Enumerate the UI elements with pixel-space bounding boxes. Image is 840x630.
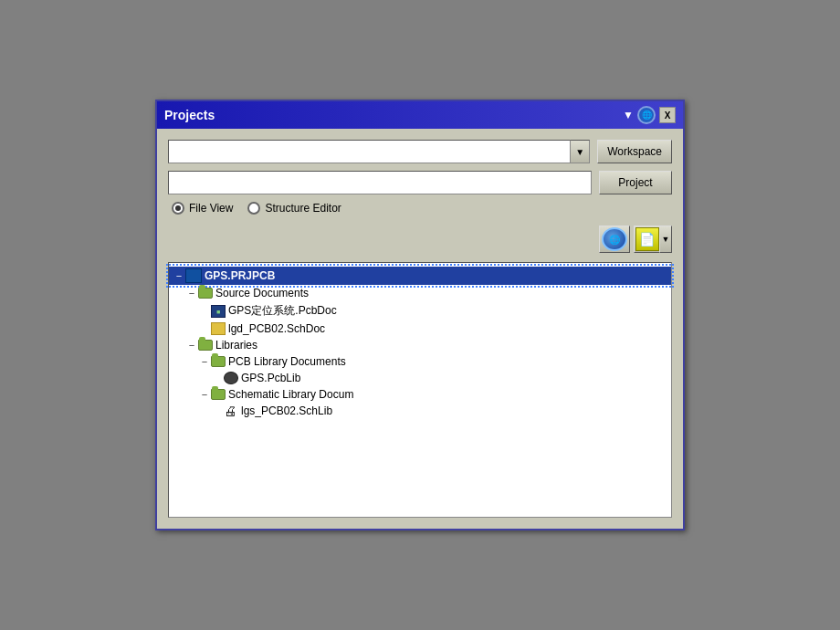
source-docs-toggle: − — [185, 288, 198, 299]
close-button[interactable]: X — [659, 107, 676, 123]
panel-body: Workspace1.DsnWrk ▼ Workspace GPS.PRJPCB… — [157, 129, 683, 529]
sch-lib-docs-label: Schematic Library Docum — [228, 388, 353, 401]
doc-toolbar-button-split: 📄 ▼ — [634, 226, 672, 253]
file-view-label: File View — [189, 202, 233, 215]
tree-item-lgs-schlib[interactable]: 🖨 lgs_PCB02.SchLib — [169, 403, 671, 419]
workspace-button[interactable]: Workspace — [597, 140, 672, 163]
tree-item-gps-pcbdoc[interactable]: ■ GPS定位系统.PcbDoc — [169, 301, 671, 320]
tree-item-pcb-lib-docs[interactable]: − PCB Library Documents — [169, 353, 671, 370]
lgs-schlib-label: lgs_PCB02.SchLib — [241, 404, 332, 417]
lgd-schdoc-label: lgd_PCB02.SchDoc — [228, 322, 325, 335]
tree-item-lgd-schdoc[interactable]: lgd_PCB02.SchDoc — [169, 320, 671, 337]
project-row: GPS.PRJPCB Project — [168, 171, 672, 194]
doc-toolbar-button[interactable]: 📄 — [634, 226, 659, 253]
file-view-radio-inner — [175, 205, 181, 211]
globe-icon: 🌐 — [602, 227, 627, 251]
dropdown-arrow-title[interactable]: ▼ — [623, 109, 634, 121]
pcbdoc-icon: ■ — [211, 305, 226, 318]
folder-icon-schlib — [211, 389, 226, 400]
tree-root-item[interactable]: − GPS.PRJPCB — [169, 267, 671, 285]
toolbar-row: 🌐 📄 ▼ — [168, 226, 672, 253]
gps-pcblib-label: GPS.PcbLib — [241, 372, 300, 384]
sch-lib-docs-toggle: − — [198, 389, 211, 400]
root-toggle: − — [173, 270, 185, 281]
gps-pcbdoc-label: GPS定位系统.PcbDoc — [228, 303, 337, 319]
structure-editor-radio[interactable]: Structure Editor — [247, 202, 341, 215]
workspace-row: Workspace1.DsnWrk ▼ Workspace — [168, 140, 672, 163]
libraries-label: Libraries — [215, 339, 257, 352]
file-view-radio-outer — [172, 202, 184, 215]
root-label: GPS.PRJPCB — [205, 269, 275, 282]
doc-icon: 📄 — [635, 227, 659, 251]
pcblib-icon — [224, 372, 238, 384]
view-radio-group: File View Structure Editor — [168, 202, 672, 215]
project-button[interactable]: Project — [599, 171, 672, 194]
projects-panel: Projects ▼ 🌐 X Workspace1.DsnWrk ▼ Works… — [155, 100, 685, 530]
pcb-lib-docs-label: PCB Library Documents — [228, 355, 346, 368]
structure-editor-label: Structure Editor — [265, 202, 341, 215]
workspace-dropdown-container: Workspace1.DsnWrk ▼ — [168, 140, 590, 163]
folder-icon-pcblib — [211, 356, 226, 367]
tree-item-source-docs[interactable]: − Source Documents — [169, 285, 671, 301]
panel-title: Projects — [164, 108, 215, 122]
panel-icon: 🌐 — [637, 106, 656, 124]
tree-view: − GPS.PRJPCB − Source Documents ■ GPS定位系… — [168, 262, 672, 518]
schdoc-icon — [211, 322, 226, 335]
structure-editor-radio-outer — [247, 202, 260, 215]
title-bar: Projects ▼ 🌐 X — [157, 101, 683, 129]
project-field[interactable]: GPS.PRJPCB — [168, 171, 592, 194]
pcb-lib-docs-toggle: − — [198, 356, 211, 367]
workspace-dropdown-arrow[interactable]: ▼ — [570, 140, 590, 163]
libraries-toggle: − — [185, 340, 198, 351]
tree-item-sch-lib-docs[interactable]: − Schematic Library Docum — [169, 386, 671, 403]
schlib-icon: 🖨 — [224, 404, 238, 417]
folder-icon-source — [198, 288, 213, 299]
folder-icon-libraries — [198, 340, 213, 351]
source-docs-label: Source Documents — [215, 287, 309, 299]
root-pcb-icon — [185, 268, 202, 283]
workspace-dropdown-input[interactable]: Workspace1.DsnWrk — [168, 140, 570, 163]
tree-item-libraries[interactable]: − Libraries — [169, 337, 671, 353]
file-view-radio[interactable]: File View — [172, 202, 233, 215]
tree-item-gps-pcblib[interactable]: GPS.PcbLib — [169, 370, 671, 386]
globe-toolbar-button[interactable]: 🌐 — [599, 226, 630, 253]
title-bar-controls: ▼ 🌐 X — [623, 106, 676, 124]
doc-toolbar-dropdown-arrow[interactable]: ▼ — [659, 226, 672, 253]
